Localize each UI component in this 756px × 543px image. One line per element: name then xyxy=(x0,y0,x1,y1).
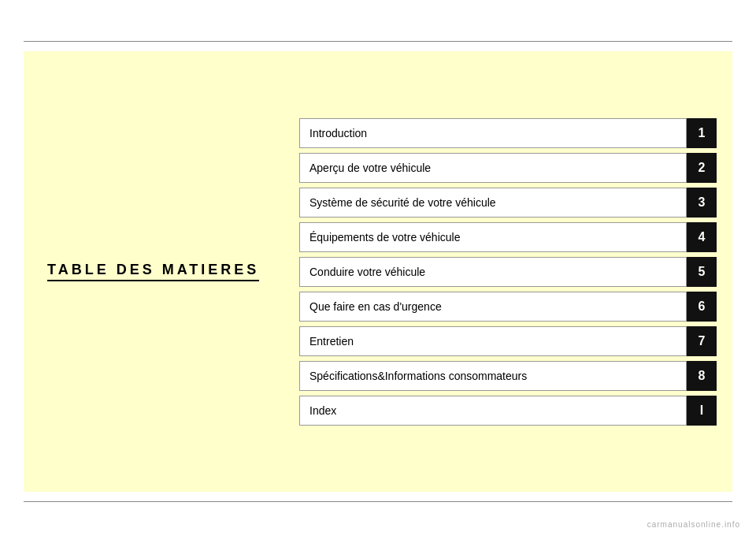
toc-list: Introduction1Aperçu de votre véhicule2Sy… xyxy=(291,102,732,441)
toc-row[interactable]: Spécifications&Informations consommateur… xyxy=(299,361,717,391)
toc-item-number: 6 xyxy=(687,292,717,322)
toc-item-number: I xyxy=(687,396,717,426)
toc-item-label: Index xyxy=(299,396,687,426)
toc-item-number: 7 xyxy=(687,326,717,356)
main-content-area: TABLE DES MATIERES Introduction1Aperçu d… xyxy=(24,51,732,492)
bottom-divider xyxy=(24,501,732,502)
toc-item-label: Que faire en cas d'urgence xyxy=(299,292,687,322)
toc-item-label: Introduction xyxy=(299,118,687,148)
toc-item-number: 4 xyxy=(687,222,717,252)
toc-item-label: Équipements de votre véhicule xyxy=(299,222,687,252)
toc-item-label: Conduire votre véhicule xyxy=(299,257,687,287)
watermark: carmanualsonline.info xyxy=(647,520,740,529)
toc-item-number: 8 xyxy=(687,361,717,391)
toc-row[interactable]: Que faire en cas d'urgence6 xyxy=(299,292,717,322)
toc-row[interactable]: Équipements de votre véhicule4 xyxy=(299,222,717,252)
toc-row[interactable]: Introduction1 xyxy=(299,118,717,148)
page-title: TABLE DES MATIERES xyxy=(47,262,259,281)
left-section: TABLE DES MATIERES xyxy=(24,262,291,281)
toc-item-number: 2 xyxy=(687,153,717,183)
toc-item-number: 5 xyxy=(687,257,717,287)
top-divider xyxy=(24,41,732,42)
toc-item-label: Aperçu de votre véhicule xyxy=(299,153,687,183)
toc-row[interactable]: Conduire votre véhicule5 xyxy=(299,257,717,287)
toc-item-label: Spécifications&Informations consommateur… xyxy=(299,361,687,391)
toc-row[interactable]: Système de sécurité de votre véhicule3 xyxy=(299,188,717,218)
toc-item-label: Entretien xyxy=(299,326,687,356)
toc-item-number: 1 xyxy=(687,118,717,148)
toc-item-label: Système de sécurité de votre véhicule xyxy=(299,188,687,218)
toc-row[interactable]: Aperçu de votre véhicule2 xyxy=(299,153,717,183)
toc-row[interactable]: Entretien7 xyxy=(299,326,717,356)
toc-item-number: 3 xyxy=(687,188,717,218)
toc-row[interactable]: IndexI xyxy=(299,396,717,426)
